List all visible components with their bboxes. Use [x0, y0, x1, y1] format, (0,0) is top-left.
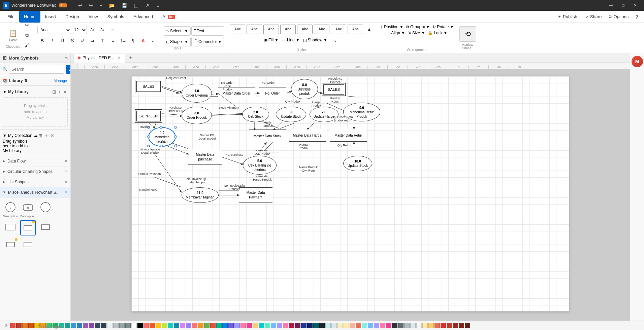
category-close-icon4[interactable]: ✕ — [64, 190, 68, 195]
font-size-select[interactable]: 12 — [72, 26, 87, 34]
paste-button[interactable]: 📋Paste — [5, 26, 22, 45]
font-family-select[interactable]: Arial — [37, 26, 71, 34]
color-swatch[interactable] — [374, 323, 379, 328]
color-swatch[interactable] — [247, 323, 252, 328]
color-swatch[interactable] — [10, 323, 15, 328]
bold-button[interactable]: B — [37, 36, 47, 45]
redo-button[interactable]: ↪ — [87, 2, 95, 9]
fill-button[interactable]: ▣ Fill ▼ — [264, 35, 279, 45]
minimize-button[interactable]: — — [605, 0, 617, 11]
shape-thumb-rect1[interactable] — [3, 220, 18, 235]
node-distribusi[interactable]: 8.0Distribusiproduk — [291, 79, 318, 99]
color-swatch[interactable] — [186, 323, 191, 328]
my-library-expand-icon[interactable]: ▼ — [3, 89, 7, 94]
no-fill-icon[interactable]: ⊘ — [3, 322, 9, 329]
handle-tr[interactable] — [174, 126, 177, 129]
style-5[interactable]: Abc — [297, 25, 313, 34]
align-button[interactable]: ≡ — [108, 25, 117, 35]
color-swatch[interactable] — [344, 323, 349, 328]
help-button[interactable]: ? — [632, 11, 641, 23]
position-button[interactable]: ⊹ Position ▼ — [380, 25, 404, 29]
my-library-link-button[interactable]: ⊞ — [52, 88, 57, 95]
color-swatch[interactable] — [240, 323, 246, 328]
color-swatch[interactable] — [265, 323, 270, 328]
my-library-add-button[interactable]: + — [58, 88, 62, 95]
open-button[interactable]: 📂 — [107, 2, 117, 9]
text-style-button[interactable]: T — [98, 36, 107, 45]
export-button[interactable]: ↗ — [143, 2, 151, 9]
node-cek-barang[interactable]: 5.0Cek Barang y.gditerima — [243, 156, 277, 175]
menu-home[interactable]: Home — [19, 11, 40, 23]
color-swatch[interactable] — [337, 323, 343, 328]
color-swatch[interactable] — [398, 323, 404, 328]
color-swatch[interactable] — [174, 323, 179, 328]
copy-button[interactable]: ⧉ — [22, 31, 32, 40]
share-button[interactable]: ↗ Share — [582, 11, 605, 23]
category-misc-flowchart[interactable]: ▼ Miscellaneous Flowchart S... ✕ — [0, 187, 70, 198]
node-update-stock[interactable]: 6.0Update Stock — [276, 107, 306, 122]
color-swatch[interactable] — [416, 323, 422, 328]
color-swatch[interactable] — [131, 323, 137, 328]
color-swatch[interactable] — [22, 323, 28, 328]
color-swatch[interactable] — [210, 323, 216, 328]
italic-button[interactable]: I — [47, 36, 57, 45]
search-input[interactable] — [9, 65, 64, 74]
color-swatch[interactable] — [119, 323, 125, 328]
strikethrough-button[interactable]: S — [68, 36, 77, 45]
node-sales2[interactable]: SALES — [322, 83, 346, 96]
handle-ml[interactable] — [147, 135, 150, 138]
node-master-data-harga[interactable]: Master Data Harga — [289, 129, 326, 142]
color-swatch[interactable] — [168, 323, 173, 328]
menu-file[interactable]: File — [3, 11, 19, 23]
my-collection-add-button[interactable]: + — [44, 132, 48, 139]
color-swatch[interactable] — [259, 323, 264, 328]
group-button[interactable]: ⧉ Group = ▼ — [406, 25, 430, 29]
color-swatch[interactable] — [410, 323, 416, 328]
color-swatch[interactable] — [350, 323, 355, 328]
node-update-harga[interactable]: 7.0Update Harga — [310, 107, 339, 122]
color-swatch[interactable] — [253, 323, 258, 328]
color-swatch[interactable] — [125, 323, 131, 328]
category-close-icon2[interactable]: ✕ — [64, 169, 68, 174]
node-menerima-tagihan[interactable]: 4.0Menerimatagihan — [149, 127, 175, 146]
color-swatch[interactable] — [465, 323, 470, 328]
color-swatch[interactable] — [216, 323, 222, 328]
node-membayar-tagihan[interactable]: 11.0Membayar Tagihan — [182, 187, 219, 203]
color-swatch[interactable] — [95, 323, 100, 328]
category-close-icon3[interactable]: ✕ — [64, 180, 68, 184]
collapse-panel-button[interactable]: » — [65, 55, 68, 61]
color-swatch[interactable] — [192, 323, 197, 328]
menu-view[interactable]: View — [84, 11, 103, 23]
color-swatch[interactable] — [101, 323, 106, 328]
color-swatch[interactable] — [368, 323, 373, 328]
color-swatch[interactable] — [422, 323, 428, 328]
node-menerima-retur[interactable]: 9.0Menerima ReturProduk — [343, 103, 380, 121]
rotate-button[interactable]: ↻ Rotate ▼ — [432, 25, 454, 29]
handle-br[interactable] — [174, 145, 177, 147]
color-swatch[interactable] — [180, 323, 185, 328]
maximize-button[interactable]: □ — [617, 0, 629, 11]
color-swatch[interactable] — [362, 323, 367, 328]
color-swatch[interactable] — [228, 323, 234, 328]
size-button[interactable]: ⇲ Size ▼ — [408, 31, 425, 35]
node-master-data-stock[interactable]: Master Data Stock — [249, 130, 286, 142]
shape-thumb-small2[interactable] — [38, 220, 53, 235]
add-tab-button[interactable]: + — [127, 54, 135, 62]
align-btn[interactable]: ⋮ Align ▼ — [386, 31, 405, 35]
color-swatch[interactable] — [325, 323, 331, 328]
connector-dropdown[interactable]: ⌒ Connector ▼ — [191, 37, 224, 46]
undo-button[interactable]: ↩ — [76, 2, 84, 9]
color-swatch[interactable] — [204, 323, 210, 328]
style-8[interactable]: Abc — [348, 25, 363, 34]
color-swatch[interactable] — [16, 323, 22, 328]
color-swatch[interactable] — [271, 323, 276, 328]
node-master-data-retur[interactable]: Master Data Retur — [330, 129, 367, 142]
color-swatch[interactable] — [404, 323, 410, 328]
tab-physical-dfd[interactable]: Physical DFD E... ✕ — [73, 53, 125, 63]
text-dropdown[interactable]: T Text — [191, 26, 224, 36]
menu-advanced[interactable]: Advanced — [129, 11, 158, 23]
color-swatch[interactable] — [313, 323, 319, 328]
color-swatch[interactable] — [143, 323, 149, 328]
color-swatch[interactable] — [277, 323, 282, 328]
handle-tl[interactable] — [147, 126, 150, 129]
